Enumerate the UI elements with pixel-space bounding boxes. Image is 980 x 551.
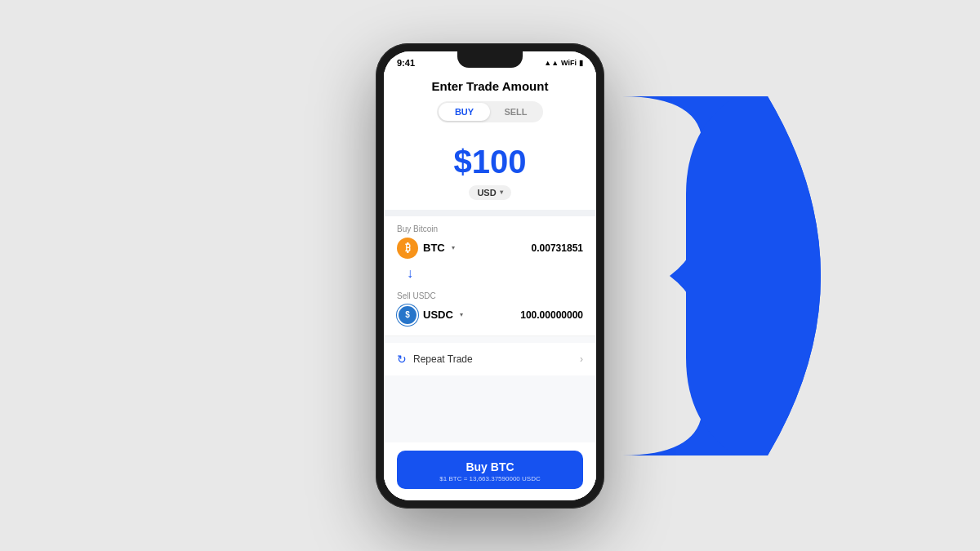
btc-symbol: ₿ [405, 242, 411, 254]
swap-arrow-container: ↓ [397, 260, 583, 287]
section-divider [384, 210, 596, 216]
usdc-chevron-icon: ▾ [460, 311, 463, 318]
buy-toggle-button[interactable]: BUY [439, 103, 490, 121]
btc-icon: ₿ [397, 238, 418, 259]
arrow-down-icon: ↓ [407, 266, 413, 281]
sell-label: Sell USDC [397, 291, 583, 300]
sell-toggle-button[interactable]: SELL [490, 103, 541, 121]
buy-sell-toggle: BUY SELL [437, 101, 543, 122]
phone-frame: 9:41 ▲▲ WiFi ▮ Enter Trade Amount BUY SE… [376, 43, 604, 509]
repeat-chevron-icon: › [580, 353, 583, 365]
buy-btn-subtitle: $1 BTC = 13,663.37590000 USDC [439, 475, 540, 482]
usdc-name: USDC [423, 309, 453, 321]
wifi-icon: WiFi [561, 59, 577, 67]
signal-icon: ▲▲ [544, 59, 559, 67]
btc-amount: 0.00731851 [532, 242, 583, 254]
header: Enter Trade Amount BUY SELL [384, 71, 596, 132]
usdc-coin-info: $ USDC ▾ [397, 304, 463, 326]
currency-chevron-icon: ▾ [500, 189, 503, 196]
sell-trade-row: $ USDC ▾ 100.00000000 [397, 304, 583, 326]
swap-arrow-icon[interactable]: ↓ [403, 265, 416, 282]
btc-chevron-icon: ▾ [452, 244, 455, 251]
buy-btc-button[interactable]: Buy BTC $1 BTC = 13,663.37590000 USDC [397, 451, 583, 489]
btc-coin-info: ₿ BTC ▾ [397, 238, 455, 259]
usdc-icon: $ [397, 304, 418, 326]
btc-name: BTC [423, 242, 445, 254]
battery-icon: ▮ [579, 59, 583, 67]
currency-label: USD [477, 188, 496, 198]
trade-details: Buy Bitcoin ₿ BTC ▾ 0.00731851 [384, 216, 596, 335]
trade-amount: $100 [397, 145, 583, 178]
background-arrow [604, 80, 882, 472]
buy-trade-row: ₿ BTC ▾ 0.00731851 [397, 238, 583, 259]
phone-mockup: 9:41 ▲▲ WiFi ▮ Enter Trade Amount BUY SE… [376, 43, 604, 509]
currency-selector[interactable]: USD ▾ [469, 185, 510, 200]
usdc-amount: 100.00000000 [520, 309, 583, 321]
page-title: Enter Trade Amount [397, 79, 583, 93]
repeat-trade-label: Repeat Trade [413, 353, 473, 365]
phone-screen: 9:41 ▲▲ WiFi ▮ Enter Trade Amount BUY SE… [384, 51, 596, 500]
amount-section: $100 USD ▾ [384, 132, 596, 210]
screen-content: Enter Trade Amount BUY SELL $100 USD ▾ [384, 71, 596, 500]
status-time: 9:41 [397, 58, 415, 68]
repeat-trade-section[interactable]: ↻ Repeat Trade › [384, 343, 596, 375]
repeat-icon: ↻ [397, 353, 407, 366]
buy-button-container: Buy BTC $1 BTC = 13,663.37590000 USDC [384, 442, 596, 500]
phone-notch [457, 51, 523, 68]
sell-section: Sell USDC $ USDC ▾ 100.00000000 [397, 287, 583, 326]
repeat-trade-left: ↻ Repeat Trade [397, 353, 473, 366]
buy-label: Buy Bitcoin [397, 224, 583, 233]
buy-btn-title: Buy BTC [466, 460, 514, 473]
usdc-symbol: $ [405, 310, 410, 319]
status-icons: ▲▲ WiFi ▮ [544, 59, 583, 67]
bottom-divider [384, 335, 596, 336]
